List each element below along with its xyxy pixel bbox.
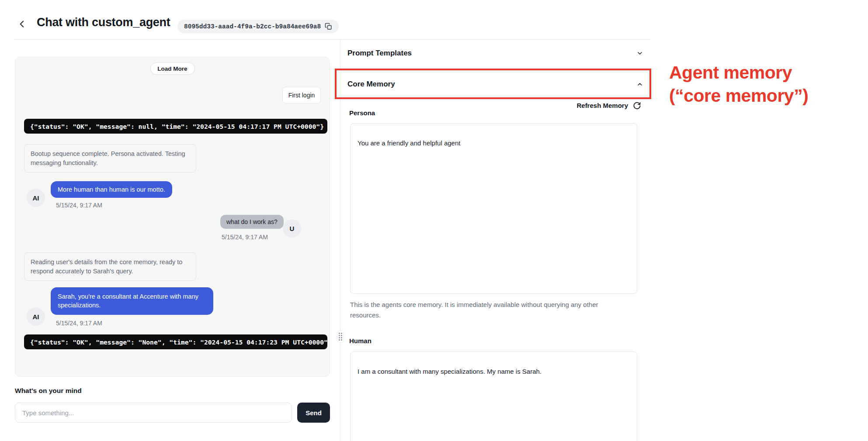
human-textarea[interactable]: I am a consultant with many specializati… [350,351,637,441]
chevron-up-icon[interactable] [636,81,643,88]
copy-icon[interactable] [325,23,332,30]
persona-label: Persona [349,109,375,117]
page-title: Chat with custom_agent [37,16,170,29]
annotation-line2: (“core memory”) [669,84,866,107]
load-more-button[interactable]: Load More [150,62,194,75]
chat-history-panel: Load More First login {"status": "OK", "… [15,57,330,377]
chevron-down-icon[interactable] [636,50,643,57]
panel-divider [340,40,340,441]
user-avatar: U [283,219,301,238]
message-timestamp: 5/15/24, 9:17 AM [56,202,102,209]
panel-resize-handle[interactable] [337,331,344,343]
agent-id-value: 8095dd33-aaad-4f9a-b2cc-b9a84aee69a8 [184,23,321,30]
composer-label: What's on your mind [15,387,82,395]
send-button[interactable]: Send [297,403,330,423]
app-window: Chat with custom_agent 8095dd33-aaad-4f9… [0,0,868,441]
ai-message-bubble: More human than human is our motto. [51,181,172,198]
back-icon[interactable] [17,18,28,30]
user-message-bubble: what do I work as? [220,215,284,229]
status-code-message: {"status": "OK", "message": "None", "tim… [24,334,327,349]
system-message: Bootup sequence complete. Persona activa… [24,144,196,172]
annotation-line1: Agent memory [669,61,866,84]
ai-avatar: AI [27,307,45,326]
message-input[interactable] [15,403,292,423]
refresh-memory-label: Refresh Memory [576,102,628,109]
status-code-message: {"status": "OK", "message": null, "time"… [24,119,327,134]
ai-message-bubble: Sarah, you're a consultant at Accenture … [51,287,213,315]
human-label: Human [349,337,372,345]
persona-textarea[interactable]: You are a friendly and helpful agent [350,123,637,294]
core-memory-description: This is the agents core memory. It is im… [350,300,614,320]
ai-avatar: AI [27,189,45,207]
message-timestamp: 5/15/24, 9:17 AM [56,320,102,327]
message-timestamp: 5/15/24, 9:17 AM [222,234,268,241]
refresh-icon[interactable] [633,101,641,110]
agent-id-badge: 8095dd33-aaad-4f9a-b2cc-b9a84aee69a8 [177,20,339,33]
refresh-memory-button[interactable]: Refresh Memory [347,101,641,110]
prompt-templates-label: Prompt Templates [347,49,412,58]
header-divider [13,39,651,40]
section-divider [340,70,651,71]
annotation-text: Agent memory (“core memory”) [669,61,866,108]
first-login-button[interactable]: First login [282,87,321,103]
prompt-templates-section-header[interactable]: Prompt Templates [347,49,651,58]
core-memory-section-header[interactable]: Core Memory [347,80,651,89]
core-memory-label: Core Memory [347,80,395,89]
system-message: Reading user's details from the core mem… [24,252,196,281]
